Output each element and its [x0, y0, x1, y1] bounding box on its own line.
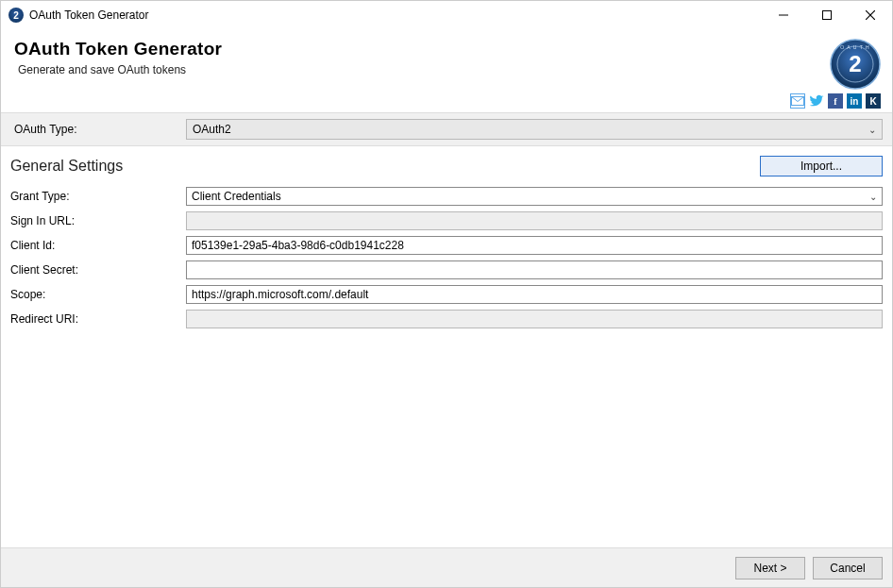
client-secret-label: Client Secret:	[10, 263, 186, 277]
oauth-type-label: OAuth Type:	[10, 123, 186, 136]
social-links: f in K	[14, 90, 881, 109]
mail-icon[interactable]	[790, 93, 805, 109]
close-button[interactable]	[849, 1, 892, 29]
svg-text:O A U T H: O A U T H	[840, 44, 869, 50]
oauth-type-row: OAuth Type: OAuth2 ⌄	[1, 113, 892, 146]
chevron-down-icon: ⌄	[869, 192, 877, 202]
scope-input[interactable]	[192, 286, 877, 303]
oauth-type-value: OAuth2	[193, 123, 231, 136]
general-settings-heading: General Settings	[10, 158, 123, 175]
client-id-label: Client Id:	[10, 239, 186, 252]
client-id-field[interactable]	[186, 236, 883, 255]
minimize-button[interactable]	[762, 1, 805, 29]
grant-type-select[interactable]: Client Credentials ⌄	[186, 187, 883, 206]
header: OAuth Token Generator Generate and save …	[1, 29, 892, 113]
grant-type-label: Grant Type:	[10, 190, 186, 203]
next-button[interactable]: Next >	[735, 557, 805, 580]
oauth-logo: 2 O A U T H	[830, 39, 881, 90]
linkedin-icon[interactable]: in	[847, 93, 862, 109]
cancel-button[interactable]: Cancel	[813, 557, 883, 580]
sign-in-url-field	[186, 211, 883, 230]
title-bar: 2 OAuth Token Generator	[1, 1, 892, 29]
client-secret-input[interactable]	[192, 261, 877, 278]
page-title: OAuth Token Generator	[14, 39, 830, 59]
import-button[interactable]: Import...	[760, 156, 883, 176]
sign-in-url-input	[192, 212, 877, 229]
twitter-icon[interactable]	[809, 93, 824, 109]
facebook-icon[interactable]: f	[828, 93, 843, 109]
redirect-uri-field	[186, 310, 883, 328]
svg-text:2: 2	[849, 51, 861, 76]
sign-in-url-label: Sign In URL:	[10, 214, 186, 227]
client-id-input[interactable]	[192, 237, 877, 254]
wizard-footer: Next > Cancel	[1, 547, 892, 587]
window-title: OAuth Token Generator	[29, 8, 149, 22]
general-settings-panel: General Settings Import... Grant Type: C…	[1, 146, 892, 547]
oauth-type-select[interactable]: OAuth2 ⌄	[186, 119, 883, 140]
redirect-uri-input	[192, 311, 877, 328]
redirect-uri-label: Redirect URI:	[10, 312, 186, 326]
chevron-down-icon: ⌄	[868, 125, 876, 135]
k-icon[interactable]: K	[866, 93, 881, 109]
app-icon: 2	[8, 8, 24, 23]
scope-label: Scope:	[10, 288, 186, 301]
scope-field[interactable]	[186, 285, 883, 304]
page-subtitle: Generate and save OAuth tokens	[18, 63, 830, 76]
maximize-button[interactable]	[805, 1, 849, 29]
grant-type-value: Client Credentials	[192, 190, 281, 203]
client-secret-field[interactable]	[186, 260, 883, 279]
svg-rect-1	[823, 11, 832, 20]
window-controls	[762, 1, 892, 29]
